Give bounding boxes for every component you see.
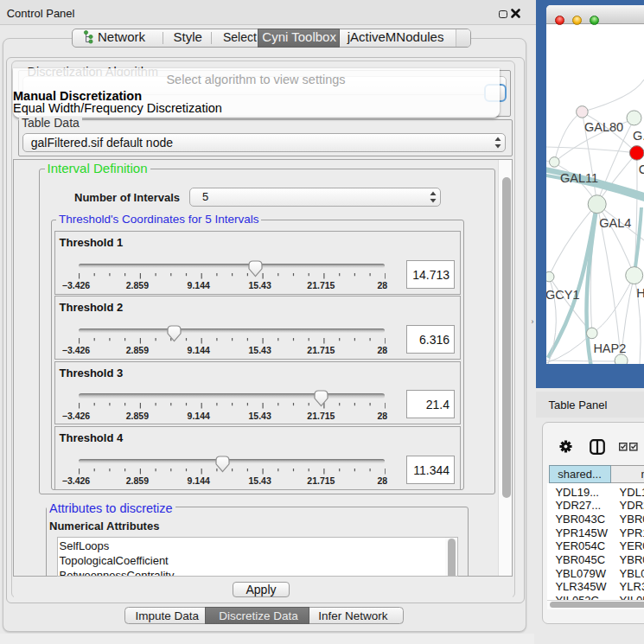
svg-text:C: C [639,163,644,176]
svg-text:GAL11: GAL11 [560,171,598,185]
svg-text:H: H [636,286,644,300]
svg-text:HAP2: HAP2 [593,341,626,355]
svg-text:GAL4: GAL4 [599,216,631,230]
svg-text:GCY1: GCY1 [546,288,580,302]
svg-text:GAL80: GAL80 [584,120,623,134]
svg-text:G.: G. [633,129,644,143]
